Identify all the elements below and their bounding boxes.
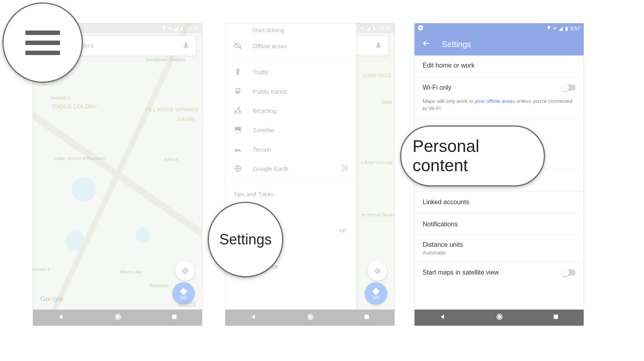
callout-hamburger	[2, 2, 83, 83]
svg-rect-12	[236, 89, 239, 91]
map-label: Gachibowli Stadium	[146, 57, 185, 62]
svg-rect-23	[365, 315, 369, 319]
wifi-note: Maps will only work in your offline area…	[415, 98, 584, 118]
svg-point-1	[185, 271, 186, 272]
appbar: Settings	[415, 33, 584, 55]
nav-recent-icon[interactable]	[363, 314, 370, 322]
location-icon	[547, 25, 551, 32]
satellite-toggle[interactable]	[562, 269, 576, 276]
svg-rect-27	[554, 315, 558, 319]
row-start-satellite[interactable]: Start maps in satellite view	[415, 263, 584, 283]
map-label: ee Bonsai Nurse	[361, 212, 394, 217]
go-fab[interactable]: GO	[365, 282, 387, 305]
svg-point-14	[239, 92, 239, 93]
nav-back-icon[interactable]	[58, 313, 65, 322]
android-navbar	[415, 310, 584, 326]
battery-icon: ▮	[565, 25, 568, 31]
location-icon	[162, 25, 166, 32]
screenshot-2-drawer: LLING HILLS DIAM n Azad Urdu sity ee Bon…	[225, 23, 394, 326]
battery-icon: ▮	[373, 25, 376, 31]
divider	[415, 261, 584, 262]
drawer-item-tips[interactable]: Tips and Tricks	[225, 185, 356, 203]
svg-rect-4	[172, 315, 177, 319]
hamburger-icon	[25, 31, 60, 55]
drawer-item-start-driving[interactable]: Start driving	[225, 23, 356, 36]
drawer-item-earth[interactable]: Google Earth	[225, 159, 356, 178]
row-linked-accounts[interactable]: Linked accounts	[415, 192, 584, 212]
row-notifications[interactable]: Notifications	[415, 214, 584, 234]
battery-icon: ▮	[180, 25, 183, 31]
nav-home-icon[interactable]	[114, 313, 122, 322]
map-label: DIAM	[381, 100, 392, 105]
appbar-title: Settings	[442, 40, 471, 49]
android-navbar	[225, 310, 394, 326]
external-icon	[341, 164, 348, 173]
status-time: 12:34	[186, 25, 199, 31]
signal-icon: ◢	[174, 25, 178, 31]
drawer-item-terrain[interactable]: Terrain	[225, 139, 356, 159]
wifi-toggle[interactable]	[562, 84, 576, 91]
svg-point-10	[237, 73, 239, 74]
nav-back-icon[interactable]	[439, 313, 446, 322]
drawer-item-satellite[interactable]: Satellite	[225, 120, 356, 139]
signal-icon: ◢	[559, 25, 563, 31]
drawer-item-bicycling[interactable]: Bicycling	[225, 101, 356, 120]
map-label: TNGOS COLONY	[52, 104, 97, 110]
google-brand: Google	[40, 295, 64, 303]
signal-icon: ◢	[366, 25, 370, 31]
mic-icon[interactable]	[374, 42, 382, 50]
svg-point-8	[237, 70, 239, 71]
row-distance-units[interactable]: Distance units Automatic	[415, 236, 584, 260]
terrain-icon	[233, 145, 242, 154]
mic-icon[interactable]	[182, 42, 190, 50]
row-edit-home-work[interactable]: Edit home or work	[415, 55, 584, 76]
nav-recent-icon[interactable]	[171, 314, 178, 322]
nav-back-icon[interactable]	[250, 313, 257, 322]
bike-icon	[233, 106, 242, 115]
svg-point-6	[377, 271, 378, 272]
locate-fab[interactable]	[368, 261, 387, 281]
svg-point-9	[237, 72, 239, 73]
divider	[415, 76, 584, 77]
svg-point-17	[238, 107, 239, 108]
android-navbar	[33, 310, 202, 326]
svg-point-26	[498, 316, 501, 318]
map-label: n Azad Urdu sity	[361, 160, 393, 165]
nav-recent-icon[interactable]	[553, 314, 559, 322]
status-bar: ▾ ◢ ▮ 9:57	[415, 23, 584, 33]
spotify-icon	[418, 25, 423, 32]
locate-fab[interactable]	[175, 261, 195, 281]
callout-settings: Settings	[208, 202, 283, 277]
earth-icon	[233, 164, 242, 172]
wifi-icon: ▾	[553, 25, 556, 31]
map-label: GACHIB	[178, 117, 195, 121]
map-label: LLING HILLS	[363, 73, 391, 78]
drawer-item-offline[interactable]: Offline areas	[225, 36, 356, 55]
map-scale: 200 m	[180, 301, 195, 306]
status-time: 9:57	[570, 25, 580, 31]
satellite-icon	[233, 126, 242, 134]
drawer-item-transit[interactable]: Public transit	[225, 82, 356, 101]
cloud-off-icon	[233, 41, 242, 50]
svg-point-22	[309, 316, 312, 318]
wifi-icon: ▾	[361, 25, 364, 31]
nav-home-icon[interactable]	[306, 313, 314, 322]
svg-point-13	[236, 92, 237, 93]
divider	[415, 235, 584, 236]
go-label: GO	[180, 295, 187, 300]
back-arrow-icon[interactable]	[422, 39, 431, 50]
callout-personal-content: Personal content	[400, 125, 545, 187]
map-label: Number 2	[33, 267, 50, 272]
map-label: Infosys	[164, 157, 178, 162]
drawer-item-traffic[interactable]: Traffic	[225, 62, 356, 82]
divider	[415, 213, 584, 213]
row-wifi-only[interactable]: Wi-Fi only	[415, 78, 584, 98]
nav-home-icon[interactable]	[495, 313, 504, 322]
offline-areas-link[interactable]: your offline areas	[475, 98, 515, 104]
divider	[415, 119, 584, 119]
map-label: PHASE 1	[52, 96, 70, 101]
divider	[415, 191, 584, 191]
distance-sub: Automatic	[423, 250, 576, 256]
map-label: Barbeque	[150, 283, 169, 288]
wifi-icon: ▾	[169, 25, 171, 31]
